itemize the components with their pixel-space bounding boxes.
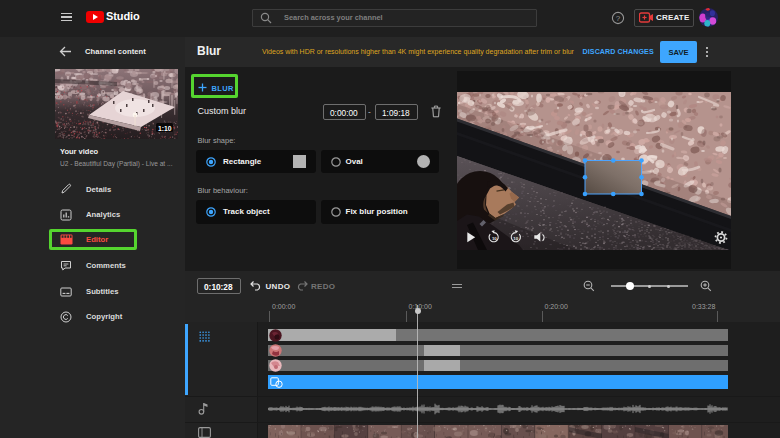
svg-text:10: 10 bbox=[513, 235, 518, 240]
svg-text:10: 10 bbox=[492, 235, 497, 240]
svg-text:?: ? bbox=[616, 14, 621, 23]
